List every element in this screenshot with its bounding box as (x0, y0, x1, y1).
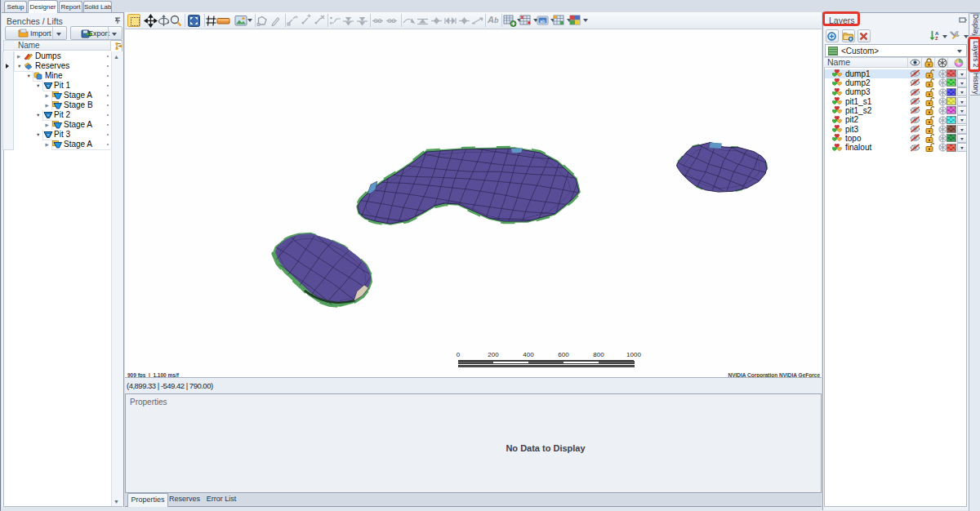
svg-text:A: A (935, 31, 939, 36)
svg-text:Z: Z (935, 36, 938, 41)
svg-text:ab: ab (540, 19, 546, 24)
